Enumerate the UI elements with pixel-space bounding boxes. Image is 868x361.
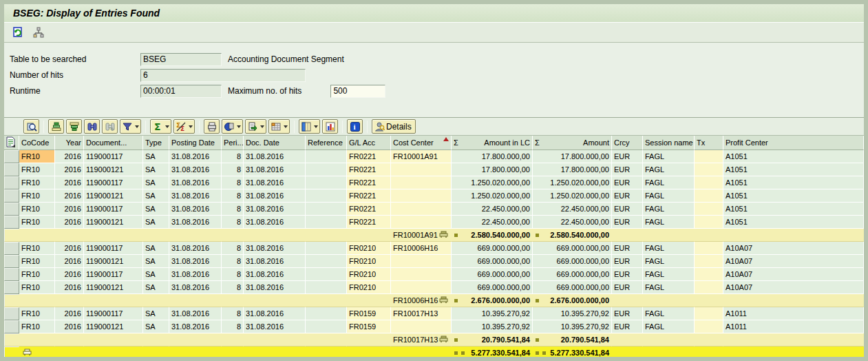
cell-cocode[interactable]: FR10 (19, 242, 55, 255)
cell-profit_center[interactable]: A1051 (723, 176, 864, 189)
cell-doc_date[interactable]: 31.08.2016 (244, 216, 306, 229)
cell-posting_date[interactable] (169, 347, 222, 360)
cell-doc_date[interactable] (244, 347, 306, 360)
cell-document[interactable]: 119000117 (84, 176, 143, 189)
cell-reference[interactable] (306, 163, 347, 176)
cell-session[interactable]: FAGL (643, 255, 695, 268)
cell-peri[interactable]: 8 (222, 307, 244, 320)
row-selector[interactable] (4, 347, 19, 360)
cell-tx[interactable] (695, 216, 723, 229)
cell-reference[interactable] (306, 229, 347, 242)
column-header-reference[interactable]: Reference (306, 136, 347, 150)
cell-posting_date[interactable] (169, 333, 222, 347)
cell-cost_center[interactable] (391, 268, 452, 281)
cell-amount_lc[interactable]: 17.800.000,00 (452, 163, 533, 176)
cell-reference[interactable] (306, 216, 347, 229)
cell-posting_date[interactable]: 31.08.2016 (169, 255, 222, 268)
column-header-posting_date[interactable]: Posting Date (169, 136, 222, 150)
cell-document[interactable] (84, 333, 143, 347)
cell-peri[interactable]: 8 (222, 216, 244, 229)
cell-posting_date[interactable]: 31.08.2016 (169, 307, 222, 320)
cell-document[interactable]: 119000121 (84, 320, 143, 333)
cell-cost_center[interactable] (391, 347, 452, 360)
cell-cost_center[interactable] (391, 176, 452, 189)
cell-profit_center[interactable] (723, 347, 864, 360)
cell-crcy[interactable]: EUR (612, 268, 643, 281)
runtime-field[interactable] (140, 85, 222, 98)
select-all-header[interactable] (4, 136, 19, 150)
cell-cocode[interactable]: FR10 (19, 150, 55, 163)
cell-peri[interactable]: 8 (222, 255, 244, 268)
column-header-document[interactable]: Document... (84, 136, 143, 150)
cell-amount_lc[interactable]: 1.250.020.000,00 (452, 176, 533, 189)
cell-profit_center[interactable]: A1051 (723, 189, 864, 203)
cell-gl_acc[interactable] (347, 229, 391, 242)
detail-magnifier-button[interactable] (23, 119, 39, 134)
number-of-hits-field[interactable] (140, 69, 306, 82)
cell-amount_lc[interactable]: 5.277.330.541,84 (452, 347, 533, 360)
cell-doc_date[interactable]: 31.08.2016 (244, 176, 306, 189)
cell-peri[interactable]: 8 (222, 163, 244, 176)
cell-doc_date[interactable]: 31.08.2016 (244, 189, 306, 203)
cell-type[interactable]: SA (143, 176, 169, 189)
cell-type[interactable]: SA (143, 150, 169, 163)
cell-document[interactable]: 119000121 (84, 189, 143, 203)
row-selector[interactable] (4, 150, 19, 163)
cell-cocode[interactable]: FR10 (19, 216, 55, 229)
cell-profit_center[interactable]: A10A07 (723, 281, 864, 294)
row-selector[interactable] (4, 216, 19, 229)
row-selector[interactable] (4, 281, 19, 294)
cell-crcy[interactable]: EUR (612, 255, 643, 268)
cell-amount_lc[interactable]: 2.676.000.000,00 (452, 294, 533, 307)
cell-doc_date[interactable]: 31.08.2016 (244, 320, 306, 333)
cell-crcy[interactable] (612, 294, 643, 307)
cell-type[interactable]: SA (143, 255, 169, 268)
refresh-icon[interactable] (11, 25, 25, 39)
column-header-year[interactable]: Year (55, 136, 84, 150)
cell-type[interactable] (143, 294, 169, 307)
cell-doc_date[interactable]: 31.08.2016 (244, 281, 306, 294)
cell-crcy[interactable]: EUR (612, 320, 643, 333)
cell-year[interactable] (55, 333, 84, 347)
cell-document[interactable]: 119000117 (84, 203, 143, 216)
row-selector[interactable] (4, 189, 19, 203)
row-selector[interactable] (4, 255, 19, 268)
cell-amount[interactable]: 17.800.000,00 (533, 163, 612, 176)
cell-gl_acc[interactable] (347, 294, 391, 307)
cell-posting_date[interactable]: 31.08.2016 (169, 203, 222, 216)
cell-crcy[interactable] (612, 229, 643, 242)
cell-reference[interactable] (306, 255, 347, 268)
cell-amount[interactable]: 1.250.020.000,00 (533, 189, 612, 203)
cell-cost_center[interactable] (391, 163, 452, 176)
cell-posting_date[interactable] (169, 229, 222, 242)
cell-amount_lc[interactable]: 669.000.000,00 (452, 281, 533, 294)
cell-crcy[interactable]: EUR (612, 281, 643, 294)
cell-type[interactable]: SA (143, 189, 169, 203)
cell-session[interactable] (643, 294, 695, 307)
row-selector[interactable] (4, 242, 19, 255)
cell-profit_center[interactable] (723, 333, 864, 347)
cell-reference[interactable] (306, 333, 347, 347)
cell-session[interactable]: FAGL (643, 307, 695, 320)
cell-amount[interactable]: 2.676.000.000,00 (533, 294, 612, 307)
cell-session[interactable]: FAGL (643, 268, 695, 281)
cell-session[interactable] (643, 333, 695, 347)
column-header-cost_center[interactable]: Cost Center (391, 136, 452, 150)
cell-amount[interactable]: 669.000.000,00 (533, 255, 612, 268)
row-selector[interactable] (4, 320, 19, 333)
cell-crcy[interactable]: EUR (612, 150, 643, 163)
cell-posting_date[interactable]: 31.08.2016 (169, 268, 222, 281)
cell-profit_center[interactable]: A1011 (723, 320, 864, 333)
cell-gl_acc[interactable]: FR0210 (347, 281, 391, 294)
cell-document[interactable]: 119000117 (84, 268, 143, 281)
find-button[interactable] (84, 119, 100, 134)
cell-cost_center[interactable] (391, 255, 452, 268)
cell-posting_date[interactable]: 31.08.2016 (169, 320, 222, 333)
cell-cost_center[interactable]: FR10017H13 (391, 307, 452, 320)
cell-cost_center[interactable] (391, 189, 452, 203)
cell-tx[interactable] (695, 307, 723, 320)
cell-cost_center[interactable]: FR10001A91 (391, 229, 452, 242)
cell-peri[interactable]: 8 (222, 320, 244, 333)
column-header-amount[interactable]: ΣAmount (533, 136, 612, 150)
cell-profit_center[interactable]: A1051 (723, 216, 864, 229)
